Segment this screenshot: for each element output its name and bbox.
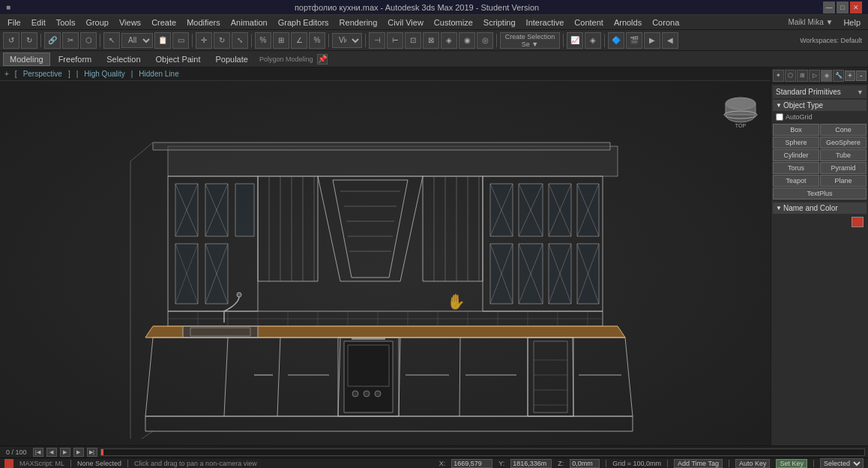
cylinder-button[interactable]: Cylinder — [773, 149, 819, 161]
percent-snap-button[interactable]: % — [309, 32, 325, 49]
status-x-input[interactable] — [451, 459, 492, 468]
select-by-name-button[interactable]: 📋 — [154, 32, 171, 49]
tab-object-paint[interactable]: Object Paint — [149, 52, 208, 66]
menu-group[interactable]: Group — [81, 16, 113, 28]
box-button[interactable]: Box — [773, 124, 819, 136]
bind-to-space-button[interactable]: ⬡ — [80, 32, 97, 49]
status-z-input[interactable] — [570, 459, 600, 468]
timeline-start-button[interactable]: |◀ — [33, 448, 43, 457]
place-highlight-button[interactable]: ◈ — [441, 32, 457, 49]
maximize-button[interactable]: □ — [837, 2, 849, 14]
tab-pin-button[interactable]: 📌 — [317, 54, 328, 64]
timeline-next-key-button[interactable]: ▶ — [73, 448, 84, 457]
menu-create[interactable]: Create — [147, 16, 181, 28]
panel-tab-utilities[interactable]: 🔧 — [833, 70, 844, 82]
rect-select-button[interactable]: ▭ — [172, 32, 189, 49]
timeline-track[interactable] — [100, 448, 865, 456]
move-button[interactable]: ✛ — [196, 32, 212, 49]
cone-button[interactable]: Cone — [820, 124, 867, 136]
panel-tab-hierarchy[interactable]: ⊞ — [797, 70, 808, 82]
select-button[interactable]: ↖ — [103, 32, 120, 49]
panel-tab-create[interactable]: ✦ — [773, 70, 784, 82]
tab-freeform[interactable]: Freeform — [52, 52, 99, 66]
menu-arnolds[interactable]: Arnolds — [609, 16, 646, 28]
angle-snap-button[interactable]: ∠ — [291, 32, 307, 49]
timeline-end-button[interactable]: ▶| — [87, 448, 97, 457]
mat-editor-button[interactable]: 🔷 — [608, 32, 624, 49]
pyramid-button[interactable]: Pyramid — [820, 162, 867, 174]
key-filter-dropdown[interactable]: Selected — [820, 458, 864, 469]
percent-button[interactable]: % — [255, 32, 271, 49]
set-key-button[interactable]: Set Key — [776, 459, 807, 468]
teapot-button[interactable]: Teapot — [773, 175, 819, 187]
menu-customize[interactable]: Customize — [430, 16, 477, 28]
navigation-cube[interactable]: TOP — [718, 88, 763, 134]
unlink-button[interactable]: ✂ — [62, 32, 79, 49]
render-setup-button[interactable]: 🎬 — [626, 32, 642, 49]
auto-key-button[interactable]: Auto Key — [735, 459, 771, 468]
viewport-shading[interactable]: Hidden Line — [139, 70, 178, 78]
name-and-color-section[interactable]: ▼ Name and Color — [773, 202, 867, 214]
menu-graph-editors[interactable]: Graph Editors — [274, 16, 334, 28]
schematic-button[interactable]: ◈ — [585, 32, 601, 49]
plane-button[interactable]: Plane — [820, 175, 867, 187]
menu-scripting[interactable]: Scripting — [479, 16, 520, 28]
menu-file[interactable]: File — [3, 16, 25, 28]
menu-civil-view[interactable]: Civil View — [383, 16, 427, 28]
autogrid-checkbox[interactable] — [776, 113, 783, 121]
select-link-button[interactable]: 🔗 — [44, 32, 61, 49]
viewport-controls-left[interactable]: + — [4, 70, 9, 78]
panel-tab-modify[interactable]: ⬡ — [785, 70, 796, 82]
add-time-tag-button[interactable]: Add Time Tag — [674, 459, 723, 468]
mirror-button[interactable]: ⊣ — [369, 32, 385, 49]
scene-viewport[interactable]: TOP .wire { stroke: #bbb; stroke-width: … — [0, 81, 771, 446]
filter-dropdown[interactable]: All — [121, 33, 153, 48]
menu-help[interactable]: Help — [839, 16, 865, 28]
timeline-prev-key-button[interactable]: ◀ — [46, 448, 57, 457]
menu-interactive[interactable]: Interactive — [522, 16, 569, 28]
panel-tab-display[interactable]: ◈ — [821, 70, 832, 82]
object-type-section[interactable]: ▼ Object Type — [773, 100, 867, 111]
snap-button[interactable]: ⊞ — [273, 32, 289, 49]
sphere-button[interactable]: Sphere — [773, 136, 819, 148]
scale-button[interactable]: ⤡ — [232, 32, 248, 49]
color-swatch[interactable] — [852, 217, 864, 227]
viewport-label-dropdown[interactable]: View — [332, 33, 362, 48]
menu-content[interactable]: Content — [570, 16, 608, 28]
viewport-perspective[interactable]: Perspective — [23, 70, 62, 78]
normal-align-button[interactable]: ⊠ — [423, 32, 439, 49]
tab-populate[interactable]: Populate — [208, 52, 254, 66]
menu-corona[interactable]: Corona — [648, 16, 684, 28]
curve-editor-button[interactable]: 📈 — [567, 32, 583, 49]
render-prod-button[interactable]: ◀ — [662, 32, 678, 49]
minimize-button[interactable]: — — [823, 2, 835, 14]
tab-selection[interactable]: Selection — [100, 52, 147, 66]
rotate-button[interactable]: ↻ — [214, 32, 230, 49]
tube-button[interactable]: Tube — [820, 149, 867, 161]
undo-button[interactable]: ↺ — [3, 32, 19, 49]
status-y-input[interactable] — [510, 459, 552, 468]
align-button[interactable]: ⊢ — [387, 32, 403, 49]
panel-tab-motion[interactable]: ▷ — [809, 70, 820, 82]
menu-tools[interactable]: Tools — [52, 16, 80, 28]
align-to-view-button[interactable]: ◎ — [477, 32, 493, 49]
quick-align-button[interactable]: ⊡ — [405, 32, 421, 49]
menu-modifiers[interactable]: Modifiers — [182, 16, 225, 28]
menu-rendering[interactable]: Rendering — [335, 16, 382, 28]
torus-button[interactable]: Torus — [773, 162, 819, 174]
close-button[interactable]: ✕ — [850, 2, 862, 14]
menu-views[interactable]: Views — [115, 16, 145, 28]
align-camera-button[interactable]: ◉ — [459, 32, 475, 49]
viewport-quality[interactable]: High Quality — [84, 70, 124, 78]
geosphere-button[interactable]: GeoSphere — [820, 136, 867, 148]
create-selection-button[interactable]: Create Selection Se ▼ — [500, 32, 560, 49]
menu-edit[interactable]: Edit — [27, 16, 50, 28]
textplus-button[interactable]: TextPlus — [773, 188, 867, 200]
panel-add-button[interactable]: + — [845, 70, 855, 81]
render-frame-button[interactable]: ▶ — [644, 32, 660, 49]
menu-animation[interactable]: Animation — [226, 16, 272, 28]
panel-dropdown-arrow[interactable]: ▼ — [857, 88, 864, 96]
timeline-play-button[interactable]: ▶ — [60, 448, 70, 457]
tab-modeling[interactable]: Modeling — [3, 52, 50, 66]
status-color-indicator[interactable] — [4, 459, 13, 468]
